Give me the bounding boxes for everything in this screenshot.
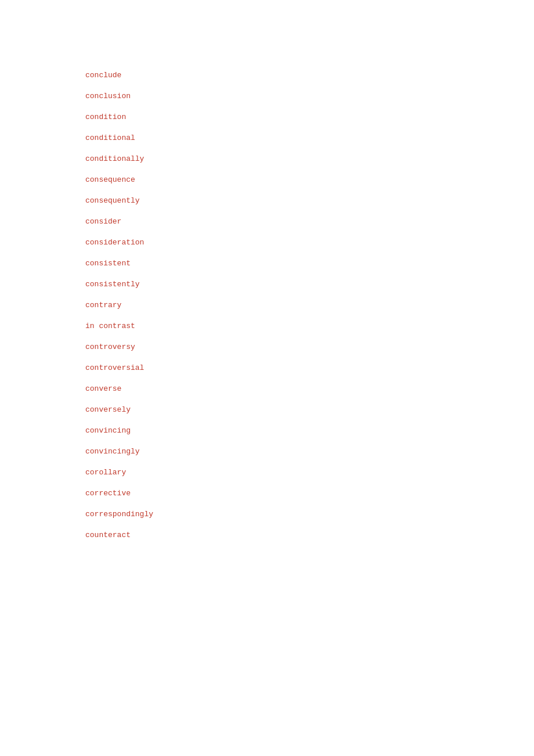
list-item: conclusion (85, 79, 534, 100)
list-item: condition (85, 100, 534, 121)
list-item: corollary (85, 455, 534, 476)
list-item: contrary (85, 288, 534, 309)
list-item: consistently (85, 267, 534, 288)
list-item: controversial (85, 351, 534, 372)
list-item: convincing (85, 413, 534, 434)
list-item: conditionally (85, 142, 534, 163)
list-item: conditional (85, 121, 534, 142)
list-item: controversy (85, 330, 534, 351)
list-item: convincingly (85, 434, 534, 455)
list-item: correspondingly (85, 497, 534, 518)
list-item: in contrast (85, 309, 534, 330)
list-item: conclude (85, 58, 534, 79)
list-item: consequently (85, 183, 534, 204)
list-item: consequence (85, 163, 534, 183)
list-item: consider (85, 204, 534, 225)
word-list: concludeconclusionconditionconditionalco… (0, 0, 534, 585)
list-item: consistent (85, 246, 534, 267)
list-item: consideration (85, 225, 534, 246)
list-item: corrective (85, 476, 534, 497)
list-item: converse (85, 372, 534, 393)
list-item: counteract (85, 518, 534, 539)
list-item: conversely (85, 393, 534, 413)
